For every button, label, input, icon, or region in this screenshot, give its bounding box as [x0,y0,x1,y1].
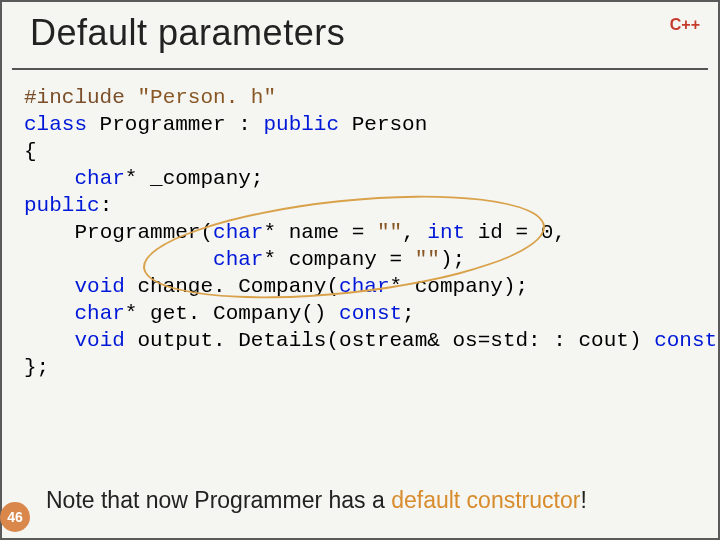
code-line-1: #include "Person. h" [24,86,276,109]
code-line-9: char* get. Company() const; [24,302,415,325]
code-line-4: char* _company; [24,167,263,190]
token-include: #include [24,86,125,109]
footnote-highlight: default constructor [391,487,580,513]
cpp-badge: C++ [670,16,700,34]
kw-const: const [339,302,402,325]
code-line-2: class Programmer : public Person [24,113,427,136]
code-line-11: }; [24,356,49,379]
token-string: "" [377,221,402,244]
kw-char: char [213,221,263,244]
footnote-punct: ! [580,487,586,513]
token-string: "" [415,248,440,271]
kw-void: void [74,329,124,352]
code-line-8: void change. Company(char* company); [24,275,528,298]
kw-void: void [74,275,124,298]
code-line-3: { [24,140,37,163]
slide: Default parameters C++ #include "Person.… [0,0,720,540]
kw-public: public [263,113,339,136]
slide-title: Default parameters [30,12,345,54]
kw-char: char [339,275,389,298]
code-line-6: Programmer(char* name = "", int id = 0, [24,221,566,244]
kw-char: char [74,302,124,325]
kw-char: char [74,167,124,190]
token-string: "Person. h" [137,86,276,109]
code-line-7: char* company = ""); [24,248,465,271]
kw-char: char [213,248,263,271]
kw-public: public [24,194,100,217]
code-block: #include "Person. h" class Programmer : … [24,84,708,381]
code-line-10: void output. Details(ostream& os=std: : … [24,329,720,352]
title-divider [12,68,708,70]
footnote: Note that now Programmer has a default c… [46,487,587,514]
code-line-5: public: [24,194,112,217]
page-number-badge: 46 [0,502,30,532]
kw-int: int [427,221,465,244]
kw-const: const [654,329,717,352]
kw-class: class [24,113,87,136]
footnote-text: Note that now Programmer has a [46,487,391,513]
